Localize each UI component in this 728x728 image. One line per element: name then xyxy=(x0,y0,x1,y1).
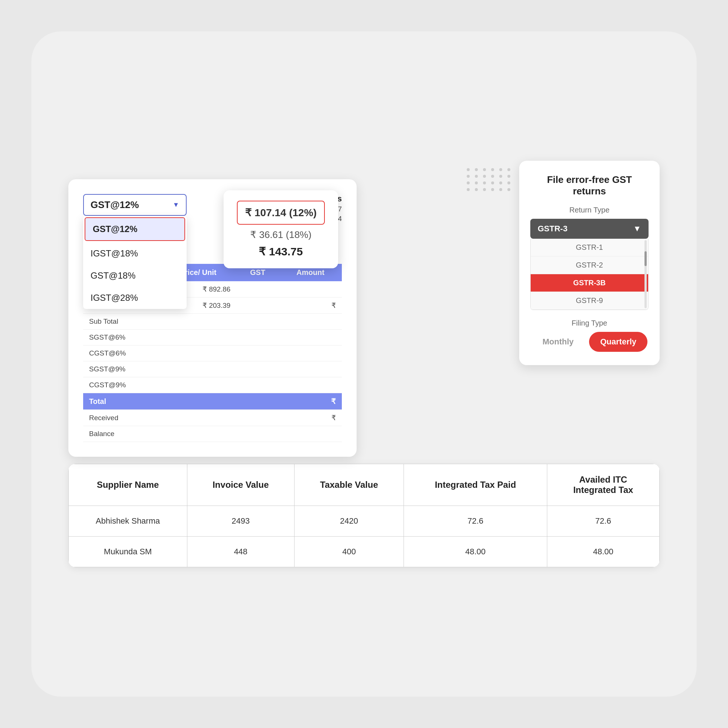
invoice-value-1: 2493 xyxy=(187,506,294,537)
top-area: GST@12% ▼ GST@12% IGST@18% GST@18% IGST@… xyxy=(68,161,660,449)
th-supplier: Supplier Name xyxy=(69,464,187,506)
filing-buttons-group: Monthly Quarterly xyxy=(530,332,648,352)
gst-dropdown-menu: GST@12% IGST@18% GST@18% IGST@28% xyxy=(83,216,187,309)
total-row: Total ₹ xyxy=(83,393,342,410)
th-taxable-value: Taxable Value xyxy=(294,464,404,506)
return-item-gstr2[interactable]: GSTR-2 xyxy=(531,257,648,274)
filing-type-section: Filing Type Monthly Quarterly xyxy=(530,319,648,352)
dropdown-arrow-icon: ▼ xyxy=(173,201,179,209)
return-type-dropdown[interactable]: GSTR-3 ▼ xyxy=(530,219,648,239)
taxable-value-1: 2420 xyxy=(294,506,404,537)
th-availed-itc: Availed ITCIntegrated Tax xyxy=(547,464,659,506)
data-table: Supplier Name Invoice Value Taxable Valu… xyxy=(68,464,660,567)
dropdown-item-gst12[interactable]: GST@12% xyxy=(85,217,185,241)
invoice-value-2: 448 xyxy=(187,537,294,567)
integrated-tax-2: 48.00 xyxy=(404,537,547,567)
filing-quarterly-button[interactable]: Quarterly xyxy=(589,332,647,352)
scrollbar-track xyxy=(644,240,647,308)
gst-line1: ₹ 107.14 (12%) xyxy=(237,201,325,225)
gst-popup-bubble: ₹ 107.14 (12%) ₹ 36.61 (18%) ₹ 143.75 xyxy=(223,190,338,268)
bottom-table-card: Supplier Name Invoice Value Taxable Valu… xyxy=(68,464,660,567)
gst-line2: ₹ 36.61 (18%) xyxy=(237,229,325,240)
return-type-label: Return Type xyxy=(530,206,648,214)
gst-dropdown-selected[interactable]: GST@12% ▼ xyxy=(83,194,187,216)
return-type-arrow-icon: ▼ xyxy=(633,224,641,234)
sgst6-row: SGST@6% xyxy=(83,330,342,346)
cgst9-row: CGST@9% xyxy=(83,377,342,393)
supplier-name-1: Abhishek Sharma xyxy=(69,506,187,537)
gst-total: ₹ 143.75 xyxy=(237,245,325,258)
main-content: GST@12% ▼ GST@12% IGST@18% GST@18% IGST@… xyxy=(68,68,660,660)
filing-monthly-button[interactable]: Monthly xyxy=(531,332,584,352)
sgst9-row: SGST@9% xyxy=(83,361,342,377)
availed-itc-2: 48.00 xyxy=(547,537,659,567)
return-item-gstr3b[interactable]: GSTR-3B xyxy=(531,274,648,292)
table-row: Abhishek Sharma 2493 2420 72.6 72.6 xyxy=(69,506,660,537)
received-row: Received ₹ xyxy=(83,410,342,426)
th-invoice-value: Invoice Value xyxy=(187,464,294,506)
dropdown-item-igst18[interactable]: IGST@18% xyxy=(83,242,187,265)
outer-container: GST@12% ▼ GST@12% IGST@18% GST@18% IGST@… xyxy=(31,31,697,697)
balance-row: Balance xyxy=(83,426,342,442)
cgst6-row: CGST@6% xyxy=(83,346,342,361)
taxable-value-2: 400 xyxy=(294,537,404,567)
th-integrated-tax: Integrated Tax Paid xyxy=(404,464,547,506)
filing-type-label: Filing Type xyxy=(530,319,648,327)
return-item-gstr1[interactable]: GSTR-1 xyxy=(531,239,648,257)
subtotal-row: Sub Total xyxy=(83,314,342,330)
gst-dropdown-container: GST@12% ▼ GST@12% IGST@18% GST@18% IGST@… xyxy=(83,194,187,216)
dropdown-item-gst18[interactable]: GST@18% xyxy=(83,265,187,287)
scrollbar-thumb xyxy=(644,251,647,266)
dropdown-item-igst28[interactable]: IGST@28% xyxy=(83,287,187,309)
return-type-list: GSTR-1 GSTR-2 GSTR-3B GSTR-9 xyxy=(530,239,648,310)
dots-decoration-top xyxy=(467,168,512,191)
return-item-gstr9[interactable]: GSTR-9 xyxy=(531,292,648,310)
gst-returns-card: File error-free GST returns Return Type … xyxy=(519,161,660,365)
availed-itc-1: 72.6 xyxy=(547,506,659,537)
supplier-name-2: Mukunda SM xyxy=(69,537,187,567)
return-type-selected: GSTR-3 xyxy=(538,224,567,234)
gst-dropdown-value: GST@12% xyxy=(90,199,139,211)
gst-returns-title: File error-free GST returns xyxy=(530,174,648,197)
integrated-tax-1: 72.6 xyxy=(404,506,547,537)
table-row: Mukunda SM 448 400 48.00 48.00 xyxy=(69,537,660,567)
